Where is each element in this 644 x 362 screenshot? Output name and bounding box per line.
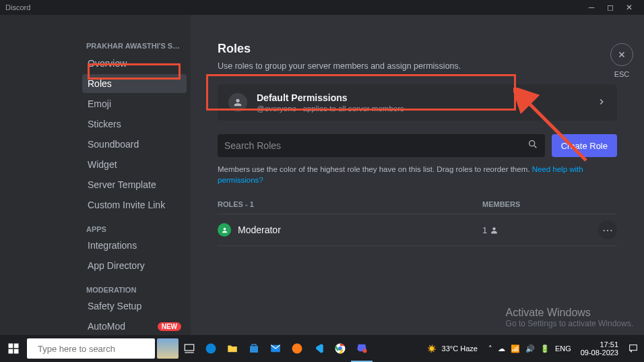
sidebar-section-moderation: MODERATION [86,286,183,294]
windows-taskbar: ☀️ 33°C Haze ˄ ☁ 📶 🔊 🔋 ENG 17:51 09-08-2… [0,335,644,362]
window-minimize-button[interactable]: ─ [582,3,601,12]
app-titlebar: Discord ─ ◻ ✕ [0,0,644,15]
taskbar-app-chrome[interactable] [329,335,351,362]
role-name: Moderator [238,224,482,235]
chevron-right-icon [597,97,606,109]
sidebar-item-integrations[interactable]: Integrations [82,236,187,255]
task-view-button[interactable] [179,335,200,362]
taskbar-app-explorer[interactable] [222,335,243,362]
roles-hint-text: Members use the color of the highest rol… [218,164,617,185]
default-perm-title: Default Permissions [257,92,597,103]
taskbar-app-mail[interactable] [265,335,286,362]
taskbar-app-vscode[interactable] [308,335,329,362]
svg-rect-6 [14,344,19,349]
sidebar-item-automod[interactable]: AutoMod NEW [82,317,187,335]
language-indicator: ENG [555,344,571,353]
create-role-button[interactable]: Create Role [552,134,617,157]
role-row[interactable]: Moderator 1 ⋯ [218,214,617,246]
sidebar-item-app-directory[interactable]: App Directory [82,256,187,275]
role-member-count: 1 [482,225,590,235]
close-settings-panel: ESC [610,43,633,78]
window-close-button[interactable]: ✕ [620,3,639,12]
battery-icon: 🔋 [540,344,550,353]
svg-rect-8 [14,349,19,354]
chevron-up-icon: ˄ [488,344,492,353]
wifi-icon: 📶 [511,344,520,353]
members-column-header: MEMBERS [482,200,617,208]
taskbar-app-discord[interactable] [351,335,373,362]
volume-icon: 🔊 [525,344,535,353]
new-badge: NEW [158,322,181,331]
window-maximize-button[interactable]: ◻ [601,3,620,12]
roles-table-header: ROLES - 1 MEMBERS [218,200,617,214]
close-icon [617,50,626,59]
onedrive-icon: ☁ [498,344,505,353]
taskbar-tray[interactable]: ˄ ☁ 📶 🔊 🔋 ENG [483,344,577,353]
search-icon [527,139,538,152]
taskbar-search-highlight [157,338,179,359]
page-title: Roles [218,42,617,56]
taskbar-app-edge[interactable] [200,335,222,362]
sidebar-item-server-template[interactable]: Server Template [82,175,187,194]
taskbar-search-input[interactable] [38,344,151,354]
page-subtitle: Use roles to group your server members a… [218,61,617,71]
role-more-button[interactable]: ⋯ [598,220,617,239]
search-roles-container [218,134,545,157]
taskbar-search-box[interactable] [27,338,155,359]
sidebar-item-soundboard[interactable]: Soundboard [82,135,187,154]
default-perm-desc: @everyone · applies to all server member… [257,104,597,113]
search-roles-input[interactable] [224,140,527,151]
sidebar-item-emoji[interactable]: Emoji [82,94,187,113]
sidebar-server-header: PRAKHAR AWASTHI'S SERV… [86,42,183,50]
close-settings-button[interactable] [610,43,633,66]
svg-point-11 [206,344,216,354]
svg-rect-12 [250,346,258,353]
sidebar-item-custom-invite-link[interactable]: Custom Invite Link [82,195,187,214]
app-name: Discord [5,3,30,11]
sidebar-item-overview[interactable]: Overview [82,54,187,73]
taskbar-app-store[interactable] [243,335,265,362]
sidebar-item-roles[interactable]: Roles [82,74,187,93]
taskbar-weather[interactable]: ☀️ 33°C Haze [422,344,483,353]
role-color-icon [218,223,231,237]
svg-point-1 [223,228,226,231]
sidebar-item-safety-setup[interactable]: Safety Setup [82,297,187,315]
content-area: Roles Use roles to group your server mem… [191,15,644,335]
svg-point-14 [292,344,302,354]
svg-point-0 [529,141,534,146]
svg-rect-5 [9,344,13,349]
svg-point-2 [493,227,496,230]
person-icon [490,226,498,235]
sidebar-item-widget[interactable]: Widget [82,155,187,174]
svg-rect-10 [185,344,194,351]
default-permissions-card[interactable]: Default Permissions @everyone · applies … [218,84,617,121]
weather-icon: ☀️ [427,344,437,353]
svg-point-17 [363,349,367,353]
roles-column-header: ROLES - 1 [218,200,482,208]
sidebar-section-apps: APPS [86,225,183,233]
taskbar-app-firefox[interactable] [286,335,308,362]
taskbar-notifications[interactable] [622,335,644,362]
start-button[interactable] [0,335,27,362]
settings-sidebar: PRAKHAR AWASTHI'S SERV… Overview Roles E… [73,15,191,335]
windows-activation-watermark: Activate Windows Go to Settings to activ… [506,307,633,328]
svg-rect-7 [9,349,13,354]
svg-rect-18 [630,345,637,351]
sidebar-item-stickers[interactable]: Stickers [82,115,187,133]
people-icon [228,93,247,112]
taskbar-clock[interactable]: 17:51 09-08-2023 [577,340,622,357]
esc-label: ESC [610,70,633,78]
